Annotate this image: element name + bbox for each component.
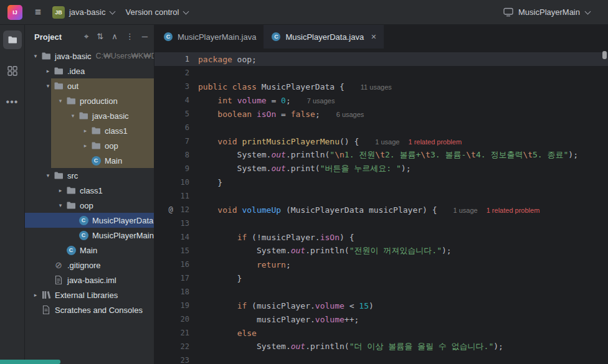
tree-item[interactable]: CMusicPlayerData	[25, 213, 154, 228]
tree-item[interactable]: java-basic.iml	[25, 273, 154, 287]
tree-item[interactable]: ▾production	[25, 93, 154, 108]
chevron-down-icon[interactable]: ▾	[55, 202, 66, 208]
code-editor[interactable]: 1package oop;23public class MusicPlayerD…	[154, 49, 608, 364]
gutter[interactable]: 19	[154, 299, 198, 312]
project-widget[interactable]: JB java-basic	[47, 4, 121, 21]
more-tools-icon[interactable]: •••	[3, 93, 22, 111]
gutter[interactable]: 22	[154, 340, 198, 353]
more-icon[interactable]: ⋮	[126, 32, 134, 42]
tree-item[interactable]: ▾out	[25, 78, 154, 93]
gutter[interactable]: 17	[154, 271, 198, 285]
gutter[interactable]: 13	[154, 217, 198, 230]
inlay-hint-usage[interactable]: 1 usage	[375, 138, 399, 146]
code-line[interactable]: 14 if (!musicPlayer.isOn) {	[154, 230, 608, 244]
code-line[interactable]: 18	[154, 285, 608, 299]
tree-item[interactable]: ▸oop	[25, 138, 154, 153]
code-line[interactable]: 6	[154, 121, 608, 134]
gutter[interactable]: 15	[154, 244, 198, 258]
inlay-hint-usage[interactable]: 11 usages	[361, 83, 392, 91]
chevron-down-icon[interactable]: ▾	[42, 172, 54, 179]
gutter[interactable]: 10	[154, 175, 198, 189]
code-line[interactable]: 15 System.out.println("전원이 꺼져있습니다.");	[154, 244, 608, 258]
project-tool-icon[interactable]	[3, 30, 22, 49]
gutter[interactable]: 14	[154, 230, 198, 244]
chevron-right-icon[interactable]: ▸	[55, 187, 66, 194]
chevron-down-icon[interactable]: ▾	[55, 98, 66, 104]
main-menu-icon[interactable]: ≡	[29, 6, 47, 19]
chevron-right-icon[interactable]: ▸	[42, 68, 54, 74]
chevron-right-icon[interactable]: ▸	[80, 128, 91, 134]
tree-item[interactable]: ▸.idea	[25, 63, 154, 78]
locate-icon[interactable]: ⌖	[84, 32, 88, 42]
code-line[interactable]: 11	[154, 189, 608, 203]
chevron-right-icon[interactable]: ▸	[30, 292, 41, 298]
gutter[interactable]: 18	[154, 285, 198, 299]
tree-item[interactable]: ▾java-basic	[25, 108, 154, 123]
code-line[interactable]: 4 int volume = 0;7 usages	[154, 93, 608, 107]
chevron-down-icon[interactable]: ▾	[42, 83, 54, 89]
tree-item[interactable]: ▾oop	[25, 198, 154, 213]
gutter[interactable]: 11	[154, 189, 198, 203]
code-line[interactable]: 5 boolean isOn = false;6 usages	[154, 107, 608, 121]
chevron-down-icon[interactable]: ▾	[67, 113, 78, 119]
tree-item[interactable]: ⊘.gitignore	[25, 258, 154, 273]
hide-icon[interactable]: ─	[142, 32, 148, 42]
tree-item[interactable]: ▸class1	[25, 123, 154, 138]
tree-item[interactable]: ▸External Libraries	[25, 287, 154, 302]
vcs-widget[interactable]: Version control	[120, 5, 194, 19]
collapse-all-icon[interactable]: ∧	[112, 32, 118, 42]
code-line[interactable]: 22 System.out.println("더 이상 볼륨을 올릴 수 없습니…	[154, 340, 608, 353]
code-line[interactable]: 9 System.out.print("버튼을 누르세요: ");	[154, 162, 608, 175]
gutter[interactable]: 16	[154, 258, 198, 271]
inlay-hint-problem[interactable]: 1 related problem	[408, 138, 462, 146]
inlay-hint-problem[interactable]: 1 related problem	[487, 207, 540, 214]
gutter[interactable]: @12	[154, 203, 198, 217]
tree-item[interactable]: CMain	[25, 243, 154, 258]
gutter[interactable]: 4	[154, 93, 198, 107]
tree-item[interactable]: CMusicPlayerMain	[25, 228, 154, 243]
tree-item[interactable]: CMain	[25, 153, 154, 168]
inlay-hint-usage[interactable]: 7 usages	[307, 97, 335, 105]
code-line[interactable]: 3public class MusicPlayerData {11 usages	[154, 80, 608, 93]
code-line[interactable]: @12 void volumeUp (MusicPlayerData music…	[154, 203, 608, 217]
code-line[interactable]: 8 System.out.println("\n1. 전원\t2. 볼륨+\t3…	[154, 148, 608, 162]
gutter[interactable]: 9	[154, 162, 198, 175]
intellij-logo-icon[interactable]: IJ	[7, 5, 22, 20]
close-icon[interactable]: ✕	[371, 33, 376, 41]
structure-tool-icon[interactable]	[3, 62, 22, 80]
code-line[interactable]: 2	[154, 66, 608, 80]
gutter[interactable]: 5	[154, 107, 198, 121]
gutter[interactable]: 3	[154, 80, 198, 93]
code-line[interactable]: 20 musicPlayer.volume++;	[154, 312, 608, 326]
gutter[interactable]: 2	[154, 66, 198, 80]
tree-item[interactable]: ▸class1	[25, 183, 154, 198]
code-line[interactable]: 23	[154, 353, 608, 364]
inlay-hint-usage[interactable]: 1 usage	[454, 207, 478, 214]
tree-item[interactable]: Scratches and Consoles	[25, 302, 154, 317]
editor-tab[interactable]: CMusicPlayerData.java✕	[264, 25, 384, 49]
code-line[interactable]: 17 }	[154, 271, 608, 285]
tree-item[interactable]: ▾src	[25, 168, 154, 183]
code-line[interactable]: 16 return;	[154, 258, 608, 271]
inlay-hint-usage[interactable]: 6 usages	[336, 111, 364, 118]
gutter[interactable]: 21	[154, 326, 198, 340]
scrollbar-thumb[interactable]	[602, 51, 607, 59]
chevron-down-icon[interactable]: ▾	[30, 53, 41, 59]
gutter[interactable]: 8	[154, 148, 198, 162]
gutter[interactable]: 6	[154, 121, 198, 134]
code-line[interactable]: 7 void printMusicPlayerMenu() {1 usage1 …	[154, 134, 608, 148]
gutter[interactable]: 20	[154, 312, 198, 326]
expand-all-icon[interactable]: ⇅	[97, 32, 103, 42]
tree-item[interactable]: ▾java-basicC:₩Users₩K₩De	[25, 49, 154, 63]
editor-tab[interactable]: CMusicPlayerMain.java	[156, 25, 264, 49]
code-line[interactable]: 13	[154, 217, 608, 230]
code-line[interactable]: 21 else	[154, 326, 608, 340]
gutter[interactable]: 1	[154, 52, 198, 66]
run-configuration-widget[interactable]: MusicPlayerMain	[498, 5, 596, 19]
code-line[interactable]: 10 }	[154, 175, 608, 189]
code-line[interactable]: 19 if (musicPlayer.volume < 15)	[154, 299, 608, 312]
gutter[interactable]: 23	[154, 353, 198, 364]
code-line[interactable]: 1package oop;	[154, 52, 608, 66]
gutter[interactable]: 7	[154, 134, 198, 148]
chevron-right-icon[interactable]: ▸	[80, 142, 91, 149]
